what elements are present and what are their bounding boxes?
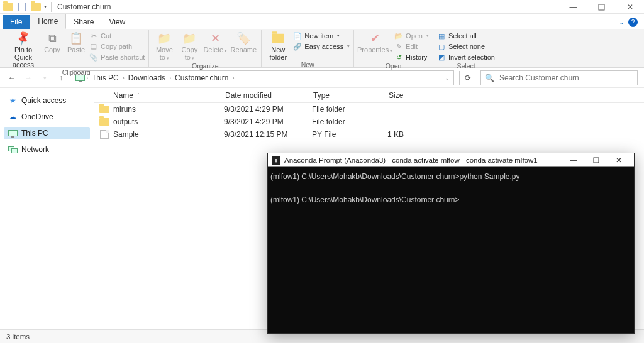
- search-input[interactable]: 🔍: [480, 70, 638, 85]
- star-icon: ★: [8, 96, 18, 105]
- close-button[interactable]: ✕: [616, 0, 644, 14]
- breadcrumb-history-chevron-icon[interactable]: ⌄: [441, 75, 453, 81]
- new-item-button[interactable]: 📄New item▾: [293, 31, 350, 41]
- sidebar-item-network[interactable]: Network: [4, 143, 90, 156]
- sidebar-item-quick-access[interactable]: ★ Quick access: [4, 94, 90, 107]
- nav-forward-button[interactable]: →: [23, 72, 34, 84]
- console-icon: ▮: [272, 156, 280, 165]
- qat-customize-chevron-icon[interactable]: ▾: [44, 4, 47, 9]
- python-file-icon: [99, 130, 109, 139]
- tab-share[interactable]: Share: [66, 15, 101, 29]
- group-open-label: Open: [358, 62, 429, 70]
- select-none-button[interactable]: ▢Select none: [437, 41, 495, 52]
- edit-icon: ✎: [394, 42, 403, 51]
- group-clipboard: 📌 Pin to Quick access ⧉ Copy 📋 Paste ✂Cu…: [4, 30, 149, 67]
- tab-view[interactable]: View: [101, 15, 133, 29]
- select-all-button[interactable]: ▦Select all: [437, 31, 495, 41]
- new-folder-label: New folder: [265, 46, 291, 61]
- properties-icon: ✔: [367, 31, 382, 45]
- pin-to-quick-access-button[interactable]: 📌 Pin to Quick access: [8, 30, 39, 68]
- copy-path-icon: ❏: [89, 42, 98, 51]
- column-header-name[interactable]: Name ˄: [94, 91, 220, 100]
- console-maximize-button[interactable]: [585, 154, 608, 166]
- column-header-date[interactable]: Date modified: [220, 91, 308, 100]
- column-header-type[interactable]: Type: [308, 91, 384, 100]
- paste-button[interactable]: 📋 Paste: [65, 30, 87, 53]
- breadcrumb[interactable]: › This PC › Downloads › Customer churn ›…: [72, 70, 454, 85]
- file-row[interactable]: Sample 9/3/2021 12:15 PM PY File 1 KB: [94, 128, 644, 141]
- breadcrumb-customer-churn[interactable]: Customer churn: [172, 74, 231, 82]
- chevron-right-icon[interactable]: ›: [85, 75, 89, 81]
- invert-selection-button[interactable]: ◩Invert selection: [437, 52, 495, 62]
- file-date: 9/3/2021 4:29 PM: [224, 117, 312, 126]
- console-titlebar[interactable]: ▮ Anaconda Prompt (Anaconda3) - conda ac…: [268, 153, 634, 167]
- console-close-button[interactable]: ✕: [608, 154, 630, 166]
- chevron-right-icon[interactable]: ›: [121, 75, 126, 81]
- copy-path-button[interactable]: ❏Copy path: [89, 41, 145, 52]
- open-button[interactable]: 📂Open▾: [394, 31, 429, 41]
- cut-button[interactable]: ✂Cut: [89, 31, 145, 41]
- new-item-icon: 📄: [293, 31, 302, 40]
- minimize-button[interactable]: —: [559, 0, 587, 14]
- ribbon: 📌 Pin to Quick access ⧉ Copy 📋 Paste ✂Cu…: [0, 29, 644, 68]
- new-folder-button[interactable]: New folder: [265, 30, 291, 61]
- console-output[interactable]: (mlfow1) C:\Users\Mohakb\Downloads\Custo…: [268, 167, 634, 333]
- move-to-button[interactable]: 📁 Move to▾: [153, 30, 175, 62]
- sort-asc-icon: ˄: [137, 92, 140, 98]
- pin-icon: 📌: [16, 31, 31, 45]
- console-window[interactable]: ▮ Anaconda Prompt (Anaconda3) - conda ac…: [267, 153, 635, 334]
- file-type: File folder: [312, 117, 387, 126]
- history-label: History: [406, 53, 427, 61]
- monitor-icon: [8, 129, 18, 138]
- help-icon[interactable]: ?: [628, 18, 638, 27]
- delete-button[interactable]: ✕ Delete▾: [203, 30, 227, 55]
- select-none-icon: ▢: [437, 42, 446, 51]
- folder-icon: [3, 1, 14, 13]
- column-header-label: Name: [113, 91, 133, 100]
- document-icon: [16, 1, 28, 13]
- console-line: (mlfow1) C:\Users\Mohakb\Downloads\Custo…: [270, 195, 459, 204]
- nav-up-button[interactable]: ↑: [55, 72, 67, 84]
- ribbon-collapse-chevron-icon[interactable]: ⌄: [619, 18, 625, 26]
- file-type: File folder: [312, 105, 387, 114]
- tab-home[interactable]: Home: [30, 14, 66, 29]
- rename-button[interactable]: 🏷️ Rename: [230, 30, 257, 53]
- console-minimize-button[interactable]: —: [562, 154, 585, 166]
- tab-file[interactable]: File: [3, 15, 30, 29]
- file-type: PY File: [312, 130, 387, 139]
- history-button[interactable]: ↺History: [394, 52, 429, 62]
- copy-button[interactable]: ⧉ Copy: [42, 30, 63, 53]
- console-line: (mlfow1) C:\Users\Mohakb\Downloads\Custo…: [270, 172, 520, 181]
- nav-recent-chevron-icon[interactable]: ▾: [39, 72, 50, 84]
- paste-shortcut-button[interactable]: 📎Paste shortcut: [89, 52, 145, 62]
- file-row[interactable]: mlruns 9/3/2021 4:29 PM File folder: [94, 103, 644, 116]
- column-header-size[interactable]: Size: [384, 91, 440, 100]
- select-all-label: Select all: [448, 32, 477, 40]
- history-icon: ↺: [394, 53, 403, 62]
- copy-to-label: Copy to: [181, 46, 197, 61]
- breadcrumb-this-pc[interactable]: This PC: [89, 74, 121, 82]
- refresh-button[interactable]: ⟳: [459, 71, 475, 85]
- maximize-button[interactable]: [587, 0, 616, 14]
- sidebar-item-this-pc[interactable]: This PC: [4, 127, 90, 139]
- edit-button[interactable]: ✎Edit: [394, 41, 429, 52]
- sidebar-item-onedrive[interactable]: ☁ OneDrive: [4, 111, 90, 123]
- paste-shortcut-icon: 📎: [89, 53, 98, 62]
- file-name: mlruns: [113, 105, 224, 114]
- chevron-right-icon[interactable]: ›: [231, 75, 235, 81]
- copy-to-button[interactable]: 📁 Copy to▾: [178, 30, 201, 62]
- search-field[interactable]: [498, 73, 633, 83]
- file-row[interactable]: outputs 9/3/2021 4:29 PM File folder: [94, 116, 644, 128]
- sidebar-item-label: Network: [21, 145, 49, 154]
- move-to-label: Move to: [156, 46, 173, 61]
- breadcrumb-downloads[interactable]: Downloads: [126, 74, 168, 82]
- easy-access-button[interactable]: 🔗Easy access▾: [293, 41, 350, 52]
- chevron-right-icon[interactable]: ›: [168, 75, 172, 81]
- window-title: Customer churn: [57, 3, 111, 11]
- group-new-label: New: [265, 61, 350, 69]
- properties-button[interactable]: ✔ Properties▾: [358, 30, 392, 55]
- sidebar-item-label: OneDrive: [21, 112, 53, 121]
- nav-back-button[interactable]: ←: [6, 72, 18, 84]
- file-date: 9/3/2021 12:15 PM: [224, 130, 312, 139]
- paste-shortcut-label: Paste shortcut: [101, 53, 145, 61]
